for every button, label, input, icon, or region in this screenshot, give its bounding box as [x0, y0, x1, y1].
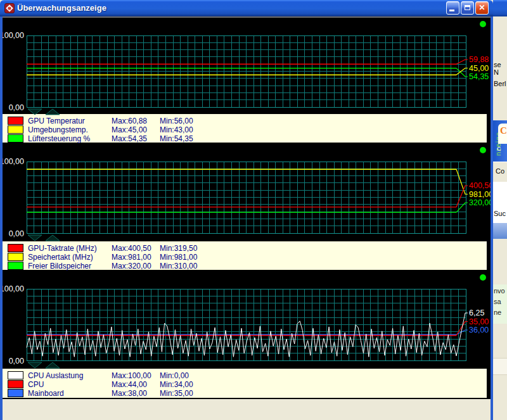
close-icon: ✕: [476, 2, 488, 14]
scroll-up-triangle[interactable]: [46, 235, 60, 241]
status-indicator: [480, 274, 486, 281]
legend-color-swatch: [8, 389, 23, 397]
legend-series-name: GPU Temperatur: [28, 117, 112, 125]
scroll-down-triangle[interactable]: [28, 235, 42, 241]
legend-max-value: Max:100,00: [112, 371, 160, 380]
cpu-legend: CPU AuslastungMax:100,00Min:0,00CPUMax:4…: [3, 369, 487, 399]
legend-series-name: CPU: [28, 380, 112, 389]
panel-cpu: 6,2535,0036,00100,000,00 CPU AuslastungM…: [3, 271, 491, 399]
legend-color-swatch: [8, 380, 23, 388]
current-value-label: 400,50: [469, 181, 491, 190]
background-selection-band: [493, 223, 507, 239]
background-light-band: [493, 358, 507, 375]
legend-min-value: Min:56,00: [160, 117, 217, 125]
current-value-label: 45,00: [469, 64, 489, 73]
maximize-button[interactable]: [461, 1, 474, 15]
background-window-strip: se N Berl nzeige C C Co Suc nvo sa ne: [493, 0, 507, 420]
current-value-label: 320,00: [469, 198, 491, 207]
legend-row: CPUMax:44,00Min:34,00: [8, 380, 487, 388]
legend-max-value: Max:44,00: [112, 380, 160, 389]
background-blue-header: nzeige C C: [493, 120, 507, 162]
legend-series-name: Freier Bildspeicher: [28, 262, 112, 270]
scroll-up-triangle[interactable]: [46, 109, 60, 115]
legend-max-value: Max:320,00: [112, 262, 160, 270]
monitoring-window: Überwachungsanzeige ✕ 59,8845,0054,35100…: [0, 0, 493, 420]
legend-max-value: Max:54,35: [112, 134, 160, 143]
legend-row: MainboardMax:38,00Min:35,00: [8, 389, 487, 397]
gpu-temperature-chart: 59,8845,0054,35100,000,00: [3, 16, 491, 114]
legend-min-value: Min:34,00: [160, 380, 217, 389]
minimize-icon: [449, 10, 454, 11]
clock-legend: GPU-Taktrate (MHz)Max:400,50Min:319,50Sp…: [3, 241, 487, 271]
legend-row: Umgebungstemp.Max:45,00Min:43,00: [8, 125, 487, 134]
legend-max-value: Max:981,00: [112, 253, 160, 262]
window-controls: ✕: [446, 1, 489, 15]
legend-color-swatch: [8, 244, 23, 252]
status-indicator: [480, 147, 486, 153]
scroll-up-triangle[interactable]: [46, 362, 60, 368]
y-axis-min-label: 0,00: [9, 229, 24, 238]
legend-min-value: Min:981,00: [160, 253, 217, 262]
background-white-area: Suc: [493, 182, 507, 223]
current-value-label: 981,00: [469, 190, 491, 199]
background-logo: C: [498, 124, 507, 144]
legend-min-value: Min:35,00: [160, 389, 217, 398]
legend-min-value: Min:310,00: [160, 262, 217, 270]
current-value-label: 6,25: [469, 309, 484, 317]
current-value-label: 36,00: [469, 326, 489, 334]
legend-series-name: Mainboard: [28, 389, 112, 398]
scroll-down-triangle[interactable]: [28, 362, 42, 368]
chart-grid: [27, 162, 466, 233]
legend-min-value: Min:43,00: [160, 125, 217, 134]
legend-max-value: Max:60,88: [112, 117, 160, 125]
window-title: Überwachungsanzeige: [17, 3, 446, 13]
title-bar[interactable]: Überwachungsanzeige ✕: [0, 0, 493, 16]
background-button[interactable]: Co: [493, 162, 507, 182]
close-button[interactable]: ✕: [475, 1, 489, 15]
background-text-fragment: ne: [494, 307, 507, 318]
legend-row: GPU TemperaturMax:60,88Min:56,00: [8, 117, 487, 125]
legend-series-name: CPU Auslastung: [28, 371, 112, 380]
background-small-text: C: [497, 146, 501, 152]
minimize-button[interactable]: [446, 1, 459, 15]
background-text-fragment: sa: [494, 296, 507, 307]
legend-row: Freier BildspeicherMax:320,00Min:310,00: [8, 262, 487, 270]
y-axis-min-label: 0,00: [9, 103, 24, 112]
legend-min-value: Min:319,50: [160, 244, 217, 253]
legend-color-swatch: [8, 134, 23, 143]
chart-grid: [27, 289, 466, 360]
legend-row: CPU AuslastungMax:100,00Min:0,00: [8, 371, 487, 379]
chart-grid: [27, 35, 466, 107]
scroll-down-triangle[interactable]: [28, 109, 42, 115]
background-titlebar: [493, 0, 507, 16]
legend-series-name: Lüftersteuerung %: [28, 134, 112, 143]
legend-max-value: Max:38,00: [112, 389, 160, 398]
panel-clocks: 400,50981,00320,001100,000,00 GPU-Taktra…: [3, 144, 491, 271]
cpu-usage-chart: 6,2535,0036,00100,000,00: [3, 271, 491, 369]
current-value-label: 59,88: [469, 55, 489, 64]
current-value-label: 35,00: [469, 317, 489, 326]
legend-color-swatch: [8, 262, 23, 270]
legend-row: Speichertakt (MHz)Max:981,00Min:981,00: [8, 253, 487, 261]
maximize-icon: [465, 5, 470, 10]
legend-row: GPU-Taktrate (MHz)Max:400,50Min:319,50: [8, 244, 487, 252]
legend-row: Lüftersteuerung %Max:54,35Min:54,35: [8, 134, 487, 143]
background-panel-grey: [493, 324, 507, 420]
gpu-clock-chart: 400,50981,00320,001100,000,00: [3, 144, 491, 241]
legend-color-swatch: [8, 117, 23, 125]
current-value-label: 54,35: [469, 72, 489, 81]
background-panel-grey: [493, 239, 507, 284]
legend-min-value: Min:0,00: [160, 371, 217, 380]
background-panel-grey: se N Berl: [493, 16, 507, 120]
temperature-legend: GPU TemperaturMax:60,88Min:56,00Umgebung…: [3, 114, 487, 144]
panel-temperature: 59,8845,0054,35100,000,00 GPU Temperatur…: [3, 16, 491, 144]
legend-color-swatch: [8, 253, 23, 261]
legend-series-name: Umgebungstemp.: [28, 125, 112, 134]
legend-max-value: Max:400,50: [112, 244, 160, 253]
background-text-fragment: Suc: [494, 210, 506, 217]
y-axis-max-label: 1100,00: [3, 157, 24, 166]
background-text-fragment: nvo: [494, 286, 507, 296]
legend-max-value: Max:45,00: [112, 125, 160, 134]
legend-color-swatch: [8, 125, 23, 134]
y-axis-max-label: 100,00: [3, 31, 24, 40]
